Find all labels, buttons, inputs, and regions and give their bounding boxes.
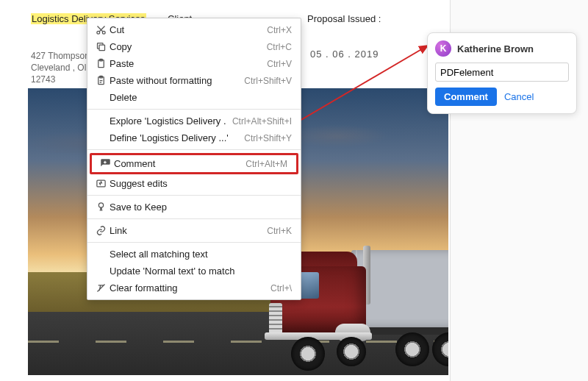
proposal-issued-label: Proposal Issued :	[285, 13, 442, 24]
cancel-button[interactable]: Cancel	[504, 91, 534, 102]
menu-select-all-matching[interactable]: Select all matching text	[87, 246, 301, 263]
paste-plain-icon	[93, 74, 108, 88]
blank-icon	[93, 115, 108, 128]
comment-button[interactable]: Comment	[435, 88, 497, 106]
annotation-highlight: Comment Ctrl+Alt+M	[90, 153, 298, 174]
svg-rect-2	[99, 45, 105, 51]
address-line: 12743	[31, 74, 90, 85]
menu-separator	[87, 195, 301, 196]
comment-actions: Comment Cancel	[435, 88, 569, 106]
menu-shortcut: Ctrl+Shift+V	[238, 76, 292, 86]
menu-shortcut: Ctrl+\	[265, 283, 292, 293]
menu-label: Define 'Logistics Delivery ...'	[108, 132, 238, 143]
menu-paste-without-formatting[interactable]: Paste without formatting Ctrl+Shift+V	[87, 72, 301, 89]
menu-label: Suggest edits	[108, 178, 286, 189]
menu-label: Update 'Normal text' to match	[108, 266, 286, 277]
comment-input[interactable]	[435, 63, 569, 82]
svg-rect-9	[100, 207, 102, 210]
menu-shortcut: Ctrl+C	[261, 42, 292, 52]
menu-label: Select all matching text	[108, 249, 286, 260]
copy-icon	[93, 40, 108, 54]
menu-shortcut: Ctrl+V	[261, 59, 292, 69]
menu-label: Explore 'Logistics Delivery ...'	[108, 115, 226, 127]
address-line: Cleveland , Ol	[31, 62, 90, 74]
menu-label: Cut	[108, 24, 261, 35]
suggest-icon	[93, 177, 108, 190]
menu-delete[interactable]: Delete	[87, 89, 301, 106]
menu-cut[interactable]: Cut Ctrl+X	[87, 21, 301, 38]
svg-point-1	[102, 31, 105, 34]
menu-shortcut: Ctrl+K	[261, 226, 292, 236]
menu-label: Link	[108, 225, 261, 236]
comment-author: Katherine Brown	[457, 43, 534, 54]
menu-save-to-keep[interactable]: Save to Keep	[87, 199, 301, 216]
clear-format-icon	[93, 282, 108, 295]
menu-define[interactable]: Define 'Logistics Delivery ...' Ctrl+Shi…	[87, 129, 301, 146]
blank-icon	[93, 91, 108, 104]
svg-point-0	[96, 31, 99, 34]
context-menu: Cut Ctrl+X Copy Ctrl+C Paste Ctrl+V Past…	[87, 18, 301, 300]
link-icon	[93, 224, 108, 238]
cut-icon	[93, 24, 108, 37]
menu-shortcut: Ctrl+Alt+M	[240, 159, 287, 169]
menu-clear-formatting[interactable]: Clear formatting Ctrl+\	[87, 279, 301, 296]
svg-rect-10	[99, 210, 102, 210]
menu-shortcut: Ctrl+X	[261, 25, 292, 35]
proposal-date: 05 . 06 . 2019	[310, 49, 379, 60]
blank-icon	[93, 248, 108, 261]
menu-label: Copy	[108, 41, 261, 52]
menu-shortcut: Ctrl+Shift+Y	[238, 133, 292, 143]
menu-label: Save to Keep	[108, 202, 286, 213]
address-line: 427 Thompson	[31, 50, 90, 62]
menu-separator	[87, 149, 301, 150]
menu-label: Delete	[108, 92, 286, 103]
avatar: K	[435, 40, 451, 57]
menu-separator	[87, 109, 301, 110]
menu-explore[interactable]: Explore 'Logistics Delivery ...' Ctrl+Al…	[87, 113, 301, 129]
menu-update-normal-text[interactable]: Update 'Normal text' to match	[87, 263, 301, 279]
menu-label: Comment	[112, 158, 240, 169]
menu-paste[interactable]: Paste Ctrl+V	[87, 55, 301, 72]
menu-link[interactable]: Link Ctrl+K	[87, 222, 301, 239]
svg-point-8	[98, 203, 103, 207]
menu-copy[interactable]: Copy Ctrl+C	[87, 38, 301, 55]
menu-shortcut: Ctrl+Alt+Shift+I	[226, 116, 292, 127]
blank-icon	[93, 265, 108, 278]
menu-suggest-edits[interactable]: Suggest edits	[87, 175, 301, 192]
keep-icon	[93, 201, 108, 214]
blank-icon	[93, 132, 108, 145]
menu-comment[interactable]: Comment Ctrl+Alt+M	[92, 155, 296, 172]
menu-separator	[87, 218, 301, 219]
comment-popup-header: K Katherine Brown	[435, 40, 569, 57]
menu-label: Clear formatting	[108, 282, 265, 293]
comment-popup: K Katherine Brown Comment Cancel	[427, 32, 577, 114]
add-comment-icon	[98, 157, 112, 171]
address-block: 427 Thompson Cleveland , Ol 12743	[31, 50, 90, 86]
menu-label: Paste without formatting	[108, 75, 238, 86]
menu-separator	[87, 242, 301, 243]
menu-label: Paste	[108, 58, 261, 69]
paste-icon	[93, 57, 108, 71]
